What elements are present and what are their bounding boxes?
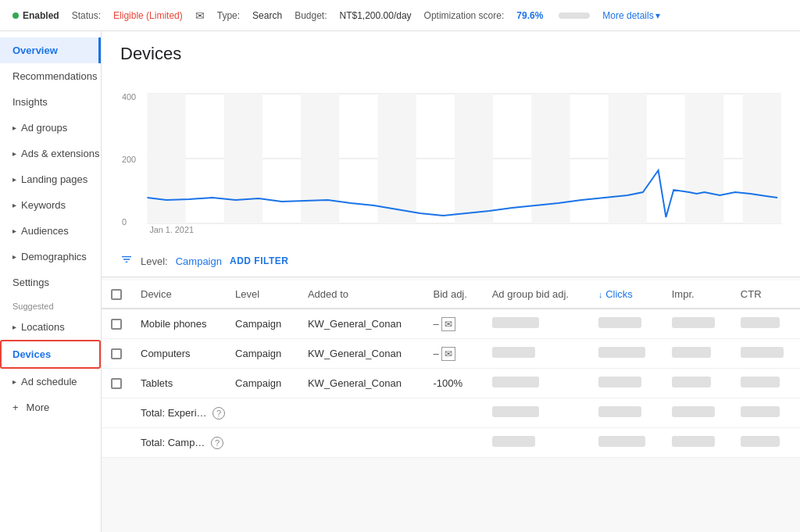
sidebar-item-landing-pages[interactable]: ▸ Landing pages [0,166,101,192]
blurred-value [741,347,784,358]
sidebar-item-keywords[interactable]: ▸ Keywords [0,192,101,218]
total-clicks [589,428,662,458]
svg-text:Jan 1, 2021: Jan 1, 2021 [149,225,194,233]
sidebar-item-locations[interactable]: ▸ Locations [0,314,101,340]
table-row: Mobile phones Campaign KW_General_Conan … [102,309,800,339]
type-value: Search [252,10,282,21]
sidebar-item-ad-groups[interactable]: ▸ Ad groups [0,115,101,141]
sidebar-item-insights[interactable]: Insights [0,89,101,115]
svg-rect-12 [609,94,647,223]
chevron-icon: ▸ [12,252,16,261]
total-impr [662,428,731,458]
bid-adj-cell: – ✉ [424,309,483,339]
th-level: Level [226,280,298,309]
blurred-value [672,317,715,328]
layout: Overview Recommendations Insights ▸ Ad g… [0,31,800,532]
sidebar-item-overview[interactable]: Overview [0,37,101,63]
more-details-link[interactable]: More details ▾ [602,10,659,21]
blurred-value [598,377,641,387]
filter-bar: Level: Campaign ADD FILTER [102,245,800,277]
row-checkbox[interactable] [111,348,122,359]
sidebar-label-ad-schedule: Ad schedule [21,376,77,387]
sidebar-label-more: More [27,402,50,413]
top-bar: Enabled Status: Eligible (Limited) ✉ Typ… [0,0,800,31]
opt-score-label: Optimization score: [424,10,505,21]
row-checkbox-cell [102,309,131,339]
chevron-icon: ▸ [12,175,16,184]
ad-group-bid-cell [483,309,589,339]
sidebar-label-ad-groups: Ad groups [21,122,67,134]
sidebar-label-landing-pages: Landing pages [21,173,88,185]
svg-rect-8 [301,94,339,223]
blurred-value [598,406,641,417]
sidebar-label-insights: Insights [12,96,48,108]
th-ctr[interactable]: CTR [731,280,800,309]
blurred-value [672,436,715,447]
sidebar-label-audiences: Audiences [21,225,69,237]
th-bid-adj: Bid adj. [424,280,483,309]
total-checkbox-cell [102,398,131,428]
row-checkbox[interactable] [111,319,122,330]
opt-score-bar [559,12,590,19]
row-checkbox-cell [102,369,131,398]
level-cell: Campaign [226,339,298,369]
sidebar-item-demographics[interactable]: ▸ Demographics [0,244,101,270]
svg-rect-6 [147,94,185,223]
sidebar-item-devices[interactable]: Devices [0,340,101,369]
chevron-icon: ▸ [12,123,16,132]
blurred-value [492,317,539,328]
email-icon: ✉ [441,347,455,361]
help-icon[interactable]: ? [211,437,223,449]
sidebar-item-settings[interactable]: Settings [0,270,101,295]
total-ad-group-bid [483,428,589,458]
email-icon: ✉ [195,9,205,22]
sidebar-item-more[interactable]: + More [0,395,101,420]
level-cell: Campaign [226,369,298,398]
table-header-row: Device Level Added to Bid adj. Ad group … [102,280,800,309]
sidebar-item-ads-extensions[interactable]: ▸ Ads & extensions [0,141,101,166]
budget-value: NT$1,200.00/day [340,10,412,21]
select-all-checkbox[interactable] [111,289,122,300]
total-camp-label: Total: Camp… ? [131,428,483,458]
device-cell: Tablets [131,369,226,398]
added-to-cell: KW_General_Conan [298,369,424,398]
main-content: Devices 400 200 0 [102,31,800,532]
enabled-label: Enabled [23,10,59,21]
dash-icon: – [434,348,439,359]
chevron-icon: ▸ [12,323,16,331]
sidebar-label-settings: Settings [12,277,49,288]
svg-rect-7 [224,94,262,223]
clicks-cell [589,369,662,398]
blurred-value [672,377,711,387]
sidebar-item-recommendations[interactable]: Recommendations [0,63,101,89]
total-clicks [589,398,662,428]
sidebar-item-ad-schedule[interactable]: ▸ Ad schedule [0,369,101,395]
total-ctr [731,398,800,428]
ctr-cell [731,369,800,398]
sidebar-item-audiences[interactable]: ▸ Audiences [0,218,101,244]
blurred-value [492,377,539,387]
ad-group-bid-cell [483,339,589,369]
blurred-value [598,347,645,358]
level-cell: Campaign [226,309,298,339]
chevron-icon: ▸ [12,227,16,235]
row-checkbox-cell [102,339,131,369]
row-checkbox[interactable] [111,378,122,389]
blurred-value [741,436,780,447]
add-filter-button[interactable]: ADD FILTER [230,255,288,266]
help-icon[interactable]: ? [212,407,225,420]
th-clicks[interactable]: ↓ Clicks [589,280,662,309]
th-impr[interactable]: Impr. [662,280,731,309]
chevron-icon: ▸ [12,201,16,209]
device-cell: Computers [131,339,226,369]
svg-text:0: 0 [122,217,127,227]
clicks-cell [589,309,662,339]
enabled-dot [12,12,19,19]
total-impr [662,398,731,428]
blurred-value [741,406,780,417]
svg-rect-13 [685,94,723,223]
svg-text:200: 200 [122,155,136,164]
sidebar: Overview Recommendations Insights ▸ Ad g… [0,31,102,532]
filter-level-value[interactable]: Campaign [176,255,222,267]
chart-svg: 400 200 0 [120,77,781,233]
